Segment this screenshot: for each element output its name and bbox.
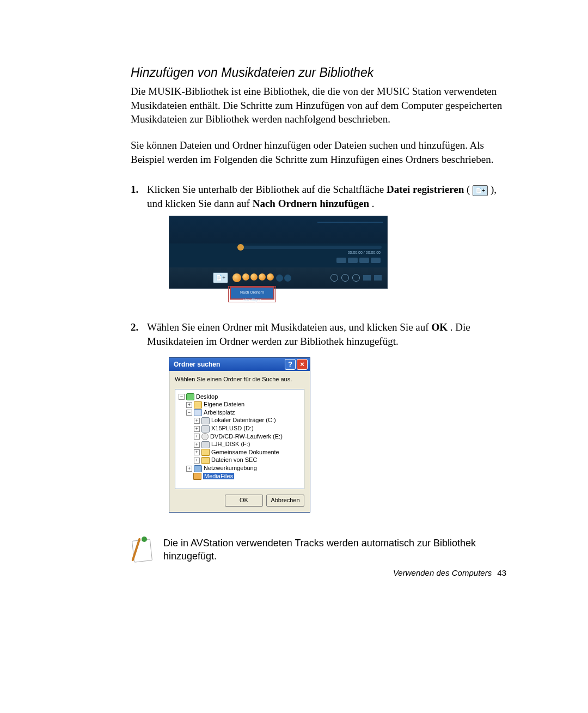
desktop-icon	[186, 393, 194, 400]
player-display	[169, 216, 387, 243]
collapse-icon[interactable]: −	[179, 394, 185, 400]
drive-icon	[201, 425, 210, 432]
ordered-steps: 1. Klicken Sie unterhalb der Bibliothek …	[131, 182, 506, 525]
paragraph-1: Die MUSIK-Bibliothek ist eine Bibliothek…	[131, 84, 506, 126]
note-icon	[131, 537, 154, 563]
mode-button[interactable]	[348, 258, 358, 263]
repeat-button[interactable]	[341, 274, 349, 282]
ok-button[interactable]: OK	[225, 495, 263, 507]
expand-icon[interactable]: +	[194, 418, 200, 424]
expand-icon[interactable]: +	[194, 442, 200, 448]
extra-controls	[276, 275, 291, 282]
folder-icon	[201, 449, 210, 456]
player-mode-row	[169, 257, 387, 267]
file-register-icon: 📄+	[473, 185, 488, 196]
tree-item[interactable]: Arbeitsplatz	[204, 409, 235, 416]
view-button[interactable]	[374, 275, 382, 281]
tree-item[interactable]: DVD/CD-RW-Laufwerk (E:)	[210, 433, 283, 440]
step-2: 2. Wählen Sie einen Ordner mit Musikdate…	[131, 320, 506, 525]
step-bold-2: Nach Ordnern hinzufügen	[253, 198, 369, 209]
step-text: Klicken Sie unterhalb der Bibliothek auf…	[147, 184, 387, 195]
right-controls	[330, 274, 382, 282]
step-bold-1: Datei registrieren	[387, 184, 464, 195]
folder-icon	[201, 457, 210, 464]
seek-bar[interactable]	[240, 246, 382, 249]
paragraph-2: Sie können Dateien und Ordner hinzufügen…	[131, 138, 506, 166]
step-text: .	[372, 198, 375, 209]
expand-icon[interactable]: +	[194, 449, 200, 455]
step-body: Wählen Sie einen Ordner mit Musikdateien…	[147, 320, 506, 525]
file-register-button[interactable]: 📄+	[213, 272, 228, 283]
play-button[interactable]	[232, 273, 241, 282]
note-block: Die in AVStation verwendeten Tracks werd…	[131, 537, 506, 563]
step-1: 1. Klicken Sie unterhalb der Bibliothek …	[131, 182, 506, 302]
add-by-folder-menu-item[interactable]: Nach Ordnern hinzufügen	[230, 287, 274, 299]
network-icon	[194, 465, 202, 472]
expand-icon[interactable]: +	[186, 402, 192, 408]
drive-icon	[201, 441, 210, 448]
tree-item-selected[interactable]: MediaFiles	[203, 473, 234, 479]
browse-folder-dialog: Ordner suchen ? × Wählen Sie einen Ordne…	[169, 357, 310, 513]
page-footer: Verwenden des Computers 43	[393, 568, 506, 577]
dialog-title: Ordner suchen	[174, 360, 284, 369]
folder-tree-panel: −Desktop +Eigene Dateien −Arbeitsplatz +…	[175, 389, 304, 489]
mode-buttons	[336, 258, 381, 263]
volume-button[interactable]	[330, 274, 338, 282]
note-text: Die in AVStation verwendeten Tracks werd…	[163, 537, 506, 563]
cd-drive-icon	[201, 433, 209, 440]
next-button[interactable]	[259, 273, 266, 281]
expand-icon[interactable]: +	[186, 466, 192, 472]
page-number: 43	[497, 568, 506, 577]
help-button[interactable]: ?	[285, 359, 296, 370]
media-player-screenshot: 00:00:00 / 00:00:00 📄+	[169, 216, 388, 289]
expand-icon[interactable]: +	[194, 426, 200, 432]
folder-icon	[193, 473, 201, 480]
drive-icon	[201, 417, 210, 424]
cancel-button[interactable]: Abbrechen	[266, 495, 304, 507]
player-visualizer	[317, 222, 383, 234]
step-body: Klicken Sie unterhalb der Bibliothek auf…	[147, 182, 506, 302]
expand-icon[interactable]: +	[194, 458, 200, 464]
player-control-row: 📄+	[169, 267, 387, 288]
collapse-icon[interactable]: −	[186, 410, 192, 416]
prev-button[interactable]	[242, 273, 249, 281]
player-info-panel	[240, 220, 273, 235]
footer-section: Verwenden des Computers	[393, 568, 492, 577]
player-seek-row: 00:00:00 / 00:00:00	[169, 243, 387, 257]
dialog-button-row: OK Abbrechen	[169, 495, 310, 512]
dialog-instruction: Wählen Sie einen Ordner für die Suche au…	[169, 371, 310, 389]
mode-button[interactable]	[336, 258, 346, 263]
close-button[interactable]: ×	[297, 359, 308, 370]
time-display: 00:00:00 / 00:00:00	[348, 250, 381, 255]
dialog-titlebar: Ordner suchen ? ×	[169, 358, 310, 371]
mode-button[interactable]	[371, 258, 381, 263]
step-number: 1.	[131, 182, 147, 302]
computer-icon	[194, 409, 202, 416]
tree-item[interactable]: Eigene Dateien	[204, 401, 244, 407]
tree-item[interactable]: Lokaler Datenträger (C:)	[211, 417, 276, 423]
view-button[interactable]	[363, 275, 371, 281]
mode-button[interactable]	[359, 258, 369, 263]
tree-item[interactable]: X15PLUSD (D:)	[211, 425, 254, 431]
tree-item[interactable]: Gemeinsame Dokumente	[211, 449, 279, 455]
step-number: 2.	[131, 320, 147, 525]
folder-tree[interactable]: −Desktop +Eigene Dateien −Arbeitsplatz +…	[177, 393, 302, 480]
tree-item[interactable]: Dateien von SEC	[211, 456, 257, 463]
shuffle-button[interactable]	[352, 274, 360, 282]
step-text: (	[467, 184, 473, 195]
control-button[interactable]	[284, 275, 291, 282]
document-page: Hinzufügen von Musikdateien zur Biblioth…	[0, 0, 588, 599]
expand-icon[interactable]: +	[194, 434, 200, 440]
tree-item[interactable]: Desktop	[196, 393, 218, 400]
control-button[interactable]	[276, 275, 283, 282]
step-text: Wählen Sie einen Ordner mit Musikdateien…	[147, 321, 431, 333]
section-heading: Hinzufügen von Musikdateien zur Biblioth…	[131, 65, 506, 80]
step-bold-ok: OK	[431, 321, 448, 333]
folder-icon	[194, 401, 202, 409]
tree-item[interactable]: LJH_DISK (F:)	[211, 441, 250, 447]
tree-item[interactable]: Netzwerkumgebung	[204, 465, 257, 471]
record-button[interactable]	[267, 273, 274, 281]
stop-button[interactable]	[250, 273, 258, 281]
transport-controls	[232, 273, 274, 282]
